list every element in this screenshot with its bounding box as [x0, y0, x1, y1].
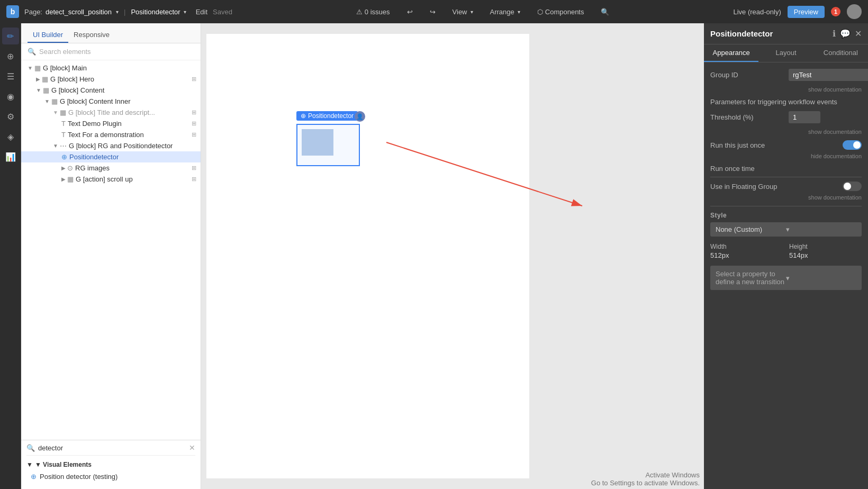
topbar-right: Live (read-only) Preview 1 [733, 4, 862, 19]
block-icon: ▦ [51, 97, 58, 105]
view-label: View [453, 8, 467, 16]
tree-item-positiondetector[interactable]: ⊕ Positiondetector [21, 151, 201, 162]
arrow-icon: ▼ [36, 87, 41, 93]
chevron-icon[interactable]: ▾ [116, 9, 119, 15]
responsive-icon: ⊞ [192, 176, 196, 183]
tree-item-scroll-up[interactable]: ▶ ▦ G [action] scroll up ⊞ [21, 174, 201, 185]
wh-row: Width 512px Height 514px [710, 243, 862, 259]
tree-item-main[interactable]: ▼ ▦ G [block] Main [21, 62, 201, 74]
bottom-search-box: 🔍 ✕ [26, 443, 195, 456]
arrow-icon: ▶ [61, 165, 66, 171]
panel-title: Positiondetector [710, 29, 828, 38]
tree-label: G [action] scroll up [76, 175, 192, 183]
avatar[interactable] [847, 4, 862, 19]
plugin-icon-result: ⊕ [31, 473, 37, 481]
floating-doc[interactable]: show documentation [710, 194, 862, 201]
floating-toggle[interactable] [843, 182, 862, 191]
issues-button[interactable]: ⚠ 0 issues [352, 6, 394, 18]
search-input[interactable] [39, 48, 194, 56]
tree-label: Text For a demonstration [68, 131, 192, 139]
tree-item-rg-group[interactable]: ▼ ⋯ G [block] RG and Positiondetector [21, 140, 201, 151]
separator2 [710, 206, 862, 206]
style-dropdown[interactable]: None (Custom) ▾ [710, 222, 862, 237]
run-once-time: Run once time [710, 165, 862, 173]
arrange-button[interactable]: Arrange ▾ [486, 6, 525, 18]
run-once-row: Run this just once [710, 140, 862, 150]
transition-dropdown[interactable]: Select a property to define a new transi… [710, 266, 862, 290]
undo-button[interactable]: ↩ [403, 6, 417, 18]
page-info: Page: detect_scroll_position ▾ [24, 8, 119, 16]
components-button[interactable]: ⬡ Components [533, 6, 589, 18]
notification-badge[interactable]: 1 [831, 7, 840, 16]
arrange-label: Arrange [490, 8, 514, 16]
left-panel: UI Builder Responsive 🔍 ▼ ▦ G [block] Ma… [21, 23, 201, 489]
info-icon[interactable]: ℹ [833, 29, 836, 39]
icon-bar-network[interactable]: ⊕ [2, 48, 19, 65]
tree-item-text-demo2[interactable]: T Text For a demonstration ⊞ [21, 129, 201, 140]
logo: b [6, 5, 19, 18]
threshold-label: Threshold (%) [710, 113, 784, 121]
component-info[interactable]: Positiondetector ▾ [131, 8, 186, 16]
page-name[interactable]: detect_scroll_position [46, 8, 112, 16]
tree-item-content[interactable]: ▼ ▦ G [block] Content [21, 85, 201, 96]
chat-icon[interactable]: 💬 [840, 29, 851, 39]
icon-bar-plugins[interactable]: ◈ [2, 128, 19, 145]
components-label: Components [545, 8, 584, 16]
canvas-element[interactable]: ⊕ Positiondetector 👤 [296, 124, 360, 166]
redo-button[interactable]: ↪ [426, 6, 440, 18]
element-label-text: Positiondetector [308, 112, 354, 120]
group-id-row: Group ID [710, 69, 862, 81]
threshold-doc[interactable]: show documentation [710, 129, 862, 135]
saved-label: Saved [213, 8, 232, 16]
panel-icons: ℹ 💬 ✕ [833, 29, 862, 39]
clear-button[interactable]: ✕ [189, 443, 195, 452]
height-value: 514px [789, 251, 862, 259]
height-label: Height [789, 243, 862, 250]
tab-responsive[interactable]: Responsive [68, 28, 115, 43]
close-icon[interactable]: ✕ [855, 29, 862, 39]
threshold-input[interactable] [789, 111, 820, 123]
element-inner [302, 129, 333, 156]
tree-item-rg-images[interactable]: ▶ ⊙ RG images ⊞ [21, 162, 201, 174]
activate-line2: Go to Settings to activate Windows. [591, 479, 700, 487]
style-section: Style [710, 212, 862, 219]
plugin-icon: ⊕ [61, 153, 67, 161]
block-icon: ▦ [67, 175, 74, 183]
group-id-doc[interactable]: show documentation [710, 86, 862, 93]
search-result-item[interactable]: ⊕ Position detector (testing) [26, 470, 195, 483]
floating-label: Use in Floating Group [710, 183, 843, 191]
run-once-toggle[interactable] [843, 140, 862, 150]
icon-bar-layers[interactable]: ☰ [2, 68, 19, 85]
dd-arrow-icon: ▾ [786, 225, 856, 233]
tree-item-text-demo[interactable]: T Text Demo Plugin ⊞ [21, 118, 201, 129]
group-id-input[interactable] [789, 69, 868, 81]
comp-chevron-icon[interactable]: ▾ [184, 9, 186, 15]
tree-item-content-inner[interactable]: ▼ ▦ G [block] Content Inner [21, 96, 201, 107]
search-button[interactable]: 🔍 [596, 6, 613, 18]
tree-item-title[interactable]: ▼ ▦ G [block] Title and descript... ⊞ [21, 107, 201, 118]
run-once-doc[interactable]: hide documentation [710, 153, 862, 159]
block-icon: ▦ [42, 75, 48, 83]
view-button[interactable]: View ▾ [448, 6, 477, 18]
collapse-icon[interactable]: ▼ [26, 461, 33, 468]
icon-bar-settings[interactable]: ⚙ [2, 108, 19, 125]
search-box[interactable]: 🔍 [21, 43, 201, 60]
tree-item-hero[interactable]: ▶ ▦ G [block] Hero ⊞ [21, 74, 201, 85]
text-icon: T [61, 131, 66, 139]
canvas-page [206, 34, 529, 478]
preview-button[interactable]: Preview [788, 6, 825, 18]
tab-ui-builder[interactable]: UI Builder [28, 28, 68, 43]
tab-appearance[interactable]: Appearance [704, 44, 758, 62]
bottom-search-input[interactable] [38, 444, 186, 452]
search-icon-bottom: 🔍 [26, 444, 35, 452]
icon-bar-data[interactable]: ◉ [2, 88, 19, 105]
tab-layout[interactable]: Layout [758, 44, 813, 62]
tab-conditional[interactable]: Conditional [813, 44, 868, 62]
right-panel-content: Group ID show documentation Parameters f… [704, 62, 868, 489]
edit-label: Edit [196, 8, 207, 16]
icon-bar-analytics[interactable]: 📊 [2, 148, 19, 165]
left-panel-tabs: UI Builder Responsive [21, 23, 201, 43]
icon-bar-cursor[interactable]: ✏ [2, 28, 19, 44]
floating-row: Use in Floating Group [710, 182, 862, 191]
run-once-label: Run this just once [710, 141, 843, 149]
